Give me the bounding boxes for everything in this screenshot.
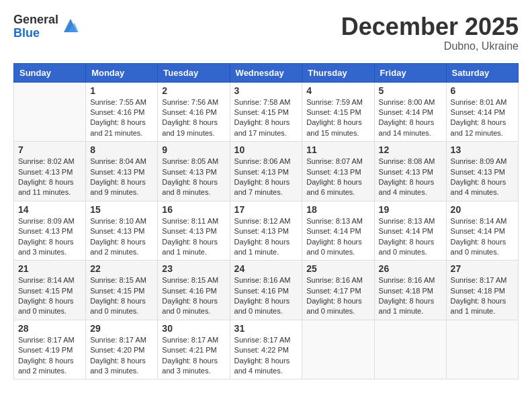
day-info: Sunrise: 8:13 AM Sunset: 4:14 PM Dayligh…	[379, 216, 442, 258]
calendar-cell: 25Sunrise: 8:16 AM Sunset: 4:17 PM Dayli…	[302, 261, 374, 320]
day-info: Sunrise: 8:17 AM Sunset: 4:18 PM Dayligh…	[451, 275, 514, 317]
calendar-cell: 28Sunrise: 8:17 AM Sunset: 4:19 PM Dayli…	[14, 320, 86, 379]
day-info: Sunrise: 8:16 AM Sunset: 4:17 PM Dayligh…	[306, 275, 369, 317]
logo-blue: Blue	[13, 27, 58, 40]
calendar-cell: 12Sunrise: 8:08 AM Sunset: 4:13 PM Dayli…	[374, 142, 446, 201]
calendar-cell: 6Sunrise: 8:01 AM Sunset: 4:14 PM Daylig…	[446, 82, 518, 142]
calendar-week-row: 28Sunrise: 8:17 AM Sunset: 4:19 PM Dayli…	[14, 320, 519, 379]
col-header-monday: Monday	[86, 63, 158, 82]
calendar-cell: 17Sunrise: 8:12 AM Sunset: 4:13 PM Dayli…	[230, 201, 302, 261]
day-info: Sunrise: 8:09 AM Sunset: 4:13 PM Dayligh…	[451, 156, 514, 198]
day-info: Sunrise: 8:12 AM Sunset: 4:13 PM Dayligh…	[234, 216, 298, 258]
day-info: Sunrise: 8:08 AM Sunset: 4:13 PM Dayligh…	[379, 156, 442, 198]
calendar-cell: 18Sunrise: 8:13 AM Sunset: 4:14 PM Dayli…	[302, 201, 374, 261]
calendar-cell: 9Sunrise: 8:05 AM Sunset: 4:13 PM Daylig…	[158, 142, 230, 201]
day-info: Sunrise: 8:17 AM Sunset: 4:19 PM Dayligh…	[18, 335, 81, 377]
calendar-cell: 4Sunrise: 7:59 AM Sunset: 4:15 PM Daylig…	[302, 82, 374, 142]
day-number: 29	[90, 323, 153, 334]
day-info: Sunrise: 8:17 AM Sunset: 4:22 PM Dayligh…	[234, 335, 298, 377]
day-info: Sunrise: 8:02 AM Sunset: 4:13 PM Dayligh…	[18, 156, 81, 198]
day-info: Sunrise: 8:14 AM Sunset: 4:14 PM Dayligh…	[451, 216, 514, 258]
day-info: Sunrise: 8:17 AM Sunset: 4:20 PM Dayligh…	[90, 335, 153, 377]
day-number: 8	[90, 144, 153, 155]
day-number: 31	[234, 323, 298, 334]
day-number: 9	[162, 144, 225, 155]
day-info: Sunrise: 8:11 AM Sunset: 4:13 PM Dayligh…	[162, 216, 225, 258]
calendar-cell: 26Sunrise: 8:16 AM Sunset: 4:18 PM Dayli…	[374, 261, 446, 320]
calendar-table: SundayMondayTuesdayWednesdayThursdayFrid…	[13, 63, 519, 380]
day-info: Sunrise: 8:13 AM Sunset: 4:14 PM Dayligh…	[306, 216, 369, 258]
day-info: Sunrise: 8:16 AM Sunset: 4:16 PM Dayligh…	[234, 275, 298, 317]
calendar-cell: 1Sunrise: 7:55 AM Sunset: 4:16 PM Daylig…	[86, 82, 158, 142]
day-info: Sunrise: 8:14 AM Sunset: 4:15 PM Dayligh…	[18, 275, 81, 317]
day-info: Sunrise: 8:00 AM Sunset: 4:14 PM Dayligh…	[379, 97, 442, 139]
col-header-friday: Friday	[374, 63, 446, 82]
calendar-cell: 8Sunrise: 8:04 AM Sunset: 4:13 PM Daylig…	[86, 142, 158, 201]
day-info: Sunrise: 7:55 AM Sunset: 4:16 PM Dayligh…	[90, 97, 153, 139]
day-info: Sunrise: 8:15 AM Sunset: 4:16 PM Dayligh…	[162, 275, 225, 317]
col-header-saturday: Saturday	[446, 63, 518, 82]
day-number: 27	[451, 263, 514, 274]
day-info: Sunrise: 8:09 AM Sunset: 4:13 PM Dayligh…	[18, 216, 81, 258]
calendar-cell	[302, 320, 374, 379]
calendar-cell	[446, 320, 518, 379]
day-number: 16	[162, 204, 225, 215]
calendar-cell	[14, 82, 86, 142]
calendar-cell: 10Sunrise: 8:06 AM Sunset: 4:13 PM Dayli…	[230, 142, 302, 201]
calendar-cell: 11Sunrise: 8:07 AM Sunset: 4:13 PM Dayli…	[302, 142, 374, 201]
day-number: 28	[18, 323, 81, 334]
calendar-cell: 15Sunrise: 8:10 AM Sunset: 4:13 PM Dayli…	[86, 201, 158, 261]
day-number: 18	[306, 204, 369, 215]
day-number: 26	[379, 263, 442, 274]
day-number: 5	[379, 85, 442, 96]
location: Dubno, Ukraine	[341, 40, 519, 52]
calendar-week-row: 7Sunrise: 8:02 AM Sunset: 4:13 PM Daylig…	[14, 142, 519, 201]
day-number: 1	[90, 85, 153, 96]
logo-general: General	[13, 13, 58, 27]
day-info: Sunrise: 8:05 AM Sunset: 4:13 PM Dayligh…	[162, 156, 225, 198]
col-header-thursday: Thursday	[302, 63, 374, 82]
day-number: 24	[234, 263, 298, 274]
calendar-cell: 13Sunrise: 8:09 AM Sunset: 4:13 PM Dayli…	[446, 142, 518, 201]
day-info: Sunrise: 8:10 AM Sunset: 4:13 PM Dayligh…	[90, 216, 153, 258]
calendar-cell: 31Sunrise: 8:17 AM Sunset: 4:22 PM Dayli…	[230, 320, 302, 379]
month-title: December 2025	[341, 13, 519, 40]
day-number: 7	[18, 144, 81, 155]
calendar-cell: 27Sunrise: 8:17 AM Sunset: 4:18 PM Dayli…	[446, 261, 518, 320]
calendar-cell: 5Sunrise: 8:00 AM Sunset: 4:14 PM Daylig…	[374, 82, 446, 142]
page-header: General Blue December 2025 Dubno, Ukrain…	[13, 13, 519, 52]
col-header-tuesday: Tuesday	[158, 63, 230, 82]
calendar-cell: 23Sunrise: 8:15 AM Sunset: 4:16 PM Dayli…	[158, 261, 230, 320]
day-number: 15	[90, 204, 153, 215]
day-number: 21	[18, 263, 81, 274]
day-number: 6	[451, 85, 514, 96]
day-number: 20	[451, 204, 514, 215]
day-number: 14	[18, 204, 81, 215]
day-number: 11	[306, 144, 369, 155]
calendar-week-row: 1Sunrise: 7:55 AM Sunset: 4:16 PM Daylig…	[14, 82, 519, 142]
day-number: 2	[162, 85, 225, 96]
logo: General Blue	[13, 13, 80, 40]
calendar-cell	[374, 320, 446, 379]
day-info: Sunrise: 8:17 AM Sunset: 4:21 PM Dayligh…	[162, 335, 225, 377]
calendar-cell: 2Sunrise: 7:56 AM Sunset: 4:16 PM Daylig…	[158, 82, 230, 142]
day-info: Sunrise: 8:16 AM Sunset: 4:18 PM Dayligh…	[379, 275, 442, 317]
calendar-cell: 24Sunrise: 8:16 AM Sunset: 4:16 PM Dayli…	[230, 261, 302, 320]
day-number: 17	[234, 204, 298, 215]
day-number: 25	[306, 263, 369, 274]
calendar-header-row: SundayMondayTuesdayWednesdayThursdayFrid…	[14, 63, 519, 82]
day-number: 4	[306, 85, 369, 96]
calendar-cell: 14Sunrise: 8:09 AM Sunset: 4:13 PM Dayli…	[14, 201, 86, 261]
calendar-cell: 16Sunrise: 8:11 AM Sunset: 4:13 PM Dayli…	[158, 201, 230, 261]
day-number: 22	[90, 263, 153, 274]
calendar-week-row: 14Sunrise: 8:09 AM Sunset: 4:13 PM Dayli…	[14, 201, 519, 261]
day-info: Sunrise: 7:59 AM Sunset: 4:15 PM Dayligh…	[306, 97, 369, 139]
day-info: Sunrise: 8:04 AM Sunset: 4:13 PM Dayligh…	[90, 156, 153, 198]
calendar-cell: 20Sunrise: 8:14 AM Sunset: 4:14 PM Dayli…	[446, 201, 518, 261]
day-info: Sunrise: 8:07 AM Sunset: 4:13 PM Dayligh…	[306, 156, 369, 198]
title-block: December 2025 Dubno, Ukraine	[341, 13, 519, 52]
calendar-cell: 3Sunrise: 7:58 AM Sunset: 4:15 PM Daylig…	[230, 82, 302, 142]
day-info: Sunrise: 8:01 AM Sunset: 4:14 PM Dayligh…	[451, 97, 514, 139]
day-number: 3	[234, 85, 298, 96]
calendar-cell: 19Sunrise: 8:13 AM Sunset: 4:14 PM Dayli…	[374, 201, 446, 261]
